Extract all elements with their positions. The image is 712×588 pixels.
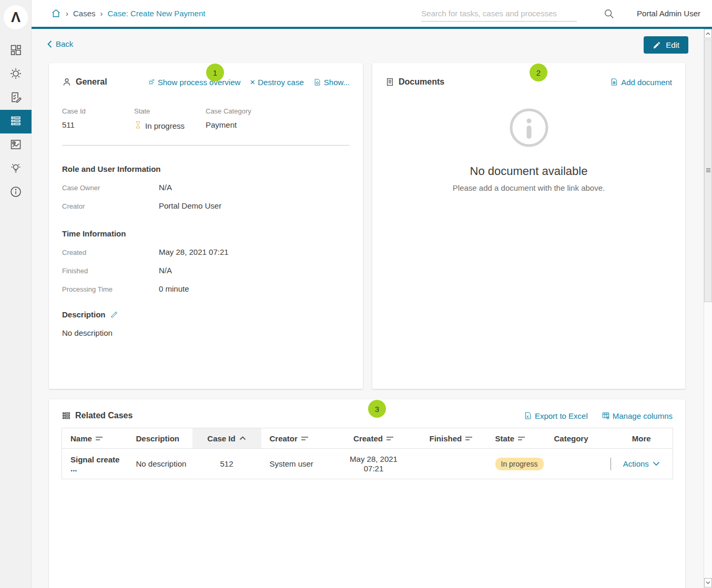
column-header-more: More <box>611 428 673 449</box>
sort-icon <box>301 436 309 441</box>
excel-file-icon <box>524 411 532 420</box>
general-panel-title: General <box>62 77 107 87</box>
add-document-link[interactable]: Add document <box>610 78 672 87</box>
column-header-name[interactable]: Name <box>62 428 128 449</box>
person-icon <box>62 77 72 87</box>
annotation-badge-2: 2 <box>530 64 547 81</box>
chevron-up-icon <box>706 32 710 35</box>
export-to-excel-link[interactable]: Export to Excel <box>524 411 588 420</box>
finished-label: Finished <box>62 267 159 275</box>
case-id-value: 511 <box>62 120 134 129</box>
sidebar-item-statistics[interactable] <box>0 133 32 157</box>
hourglass-icon <box>134 120 142 131</box>
column-header-state[interactable]: State <box>487 428 546 449</box>
document-add-icon <box>610 78 618 86</box>
global-search <box>421 6 615 22</box>
row-separator <box>611 458 611 470</box>
cell-more: Actions <box>611 449 673 479</box>
general-panel: General Show process overview × Destroy … <box>49 63 363 389</box>
creator-value: Portal Demo User <box>159 201 221 210</box>
sort-icon <box>465 436 473 441</box>
user-menu[interactable]: Portal Admin User <box>637 9 700 18</box>
sort-asc-icon <box>239 436 246 440</box>
created-label: Created <box>62 249 159 256</box>
case-owner-label: Case Owner <box>62 184 159 192</box>
gear-icon <box>9 67 22 82</box>
state-label: State <box>134 107 206 115</box>
sidebar: Λ <box>0 0 32 588</box>
breadcrumb-separator: › <box>100 9 103 18</box>
vertical-scrollbar[interactable] <box>704 29 712 588</box>
app-logo[interactable]: Λ <box>4 5 28 29</box>
back-button[interactable]: Back <box>47 39 73 48</box>
description-title: Description <box>62 310 106 319</box>
edit-description-button[interactable] <box>110 311 118 318</box>
section-divider <box>62 145 350 146</box>
process-gear-icon <box>147 78 155 86</box>
sidebar-item-tasks[interactable] <box>0 86 32 110</box>
pencil-icon <box>653 41 661 49</box>
edit-button[interactable]: Edit <box>644 36 688 54</box>
pencil-icon <box>110 311 118 318</box>
status-badge: In progress <box>495 458 544 470</box>
description-value: No description <box>62 328 350 337</box>
case-category-label: Case Category <box>206 107 251 115</box>
table-gear-icon <box>602 411 610 420</box>
column-header-finished[interactable]: Finished <box>421 428 487 449</box>
empty-title: No document available <box>372 164 685 178</box>
manage-columns-link[interactable]: Manage columns <box>602 411 673 420</box>
show-more-link[interactable]: Show... <box>313 78 350 87</box>
state-value: In progress <box>145 121 185 130</box>
home-icon[interactable] <box>51 8 61 18</box>
accent-divider <box>32 27 712 29</box>
annotation-badge-1: 1 <box>206 64 224 81</box>
sidebar-item-dashboard[interactable] <box>0 39 32 63</box>
case-category-value: Payment <box>206 120 251 129</box>
scroll-down-button[interactable] <box>704 578 712 587</box>
cell-description: No description <box>128 449 192 479</box>
breadcrumb-cases[interactable]: Cases <box>73 9 96 18</box>
empty-subtitle: Please add a document with the link abov… <box>372 183 685 192</box>
info-circle-icon <box>508 107 550 148</box>
actions-menu-button[interactable]: Actions <box>623 459 660 468</box>
related-cases-table: Name Description Case Id Creator Created… <box>62 428 673 479</box>
sort-icon <box>518 436 525 441</box>
documents-empty-state: No document available Please add a docum… <box>372 107 685 192</box>
scrollbar-grip-icon <box>706 168 710 172</box>
scroll-up-button[interactable] <box>704 29 712 38</box>
sidebar-item-information[interactable] <box>0 181 32 204</box>
show-process-overview-link[interactable]: Show process overview <box>147 78 241 87</box>
destroy-case-link[interactable]: × Destroy case <box>250 78 303 87</box>
role-section-title: Role and User Information <box>62 164 350 173</box>
topbar: › Cases › Case: Create New Payment Porta… <box>32 0 712 27</box>
case-owner-value: N/A <box>159 183 172 192</box>
task-list-icon <box>9 91 22 106</box>
related-cases-panel: Related Cases Export to Excel Manage col… <box>49 399 685 588</box>
column-header-case-id[interactable]: Case Id <box>192 428 261 449</box>
cell-creator: System user <box>261 449 327 479</box>
creator-label: Creator <box>62 202 159 210</box>
search-icon[interactable] <box>603 8 615 19</box>
column-header-created[interactable]: Created <box>327 428 421 449</box>
main-content: Back Edit General Show process overview … <box>32 29 704 588</box>
table-header-row: Name Description Case Id Creator Created… <box>62 428 673 449</box>
created-value: May 28, 2021 07:21 <box>159 247 229 256</box>
statistics-icon <box>9 138 22 153</box>
column-header-category: Category <box>546 428 611 449</box>
finished-value: N/A <box>159 266 172 275</box>
cell-state: In progress <box>487 449 546 479</box>
table-row[interactable]: Signal create ... No description 512 Sys… <box>62 449 673 479</box>
sidebar-item-processes[interactable] <box>0 63 32 86</box>
sidebar-item-ideas[interactable] <box>0 157 32 181</box>
scrollbar-thumb[interactable] <box>704 39 712 302</box>
column-header-description: Description <box>128 428 192 449</box>
cell-created: May 28, 2021 07:21 <box>327 449 421 479</box>
case-list-icon <box>9 115 22 129</box>
breadcrumb-current: Case: Create New Payment <box>108 9 206 18</box>
column-header-creator[interactable]: Creator <box>261 428 327 449</box>
search-input[interactable] <box>421 6 577 22</box>
cell-name: Signal create ... <box>62 449 128 479</box>
cell-case-id: 512 <box>192 449 261 479</box>
info-icon <box>9 185 22 200</box>
sidebar-item-cases[interactable] <box>0 110 32 133</box>
